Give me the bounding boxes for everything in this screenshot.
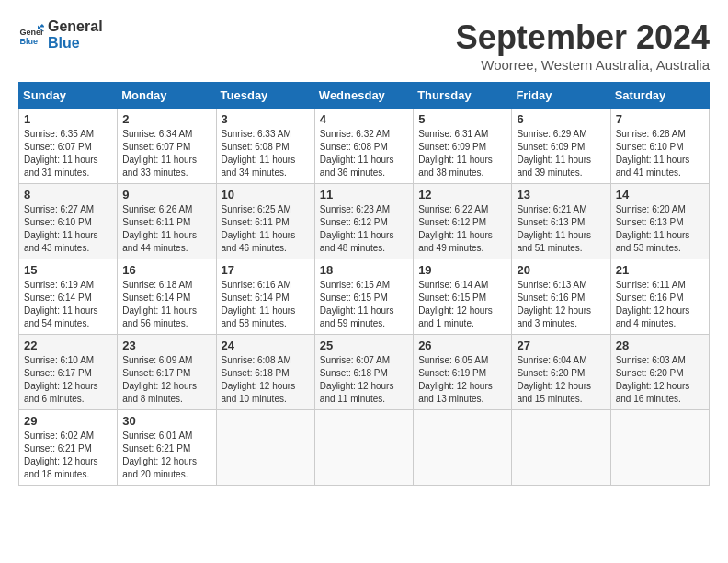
table-row: 5 Sunrise: 6:31 AMSunset: 6:09 PMDayligh… (414, 109, 512, 184)
table-row (314, 410, 413, 486)
table-row: 1 Sunrise: 6:35 AMSunset: 6:07 PMDayligh… (19, 109, 118, 184)
day-number: 18 (320, 263, 408, 277)
table-row: 28 Sunrise: 6:03 AMSunset: 6:20 PMDaylig… (610, 335, 709, 410)
day-info: Sunrise: 6:34 AMSunset: 6:07 PMDaylight:… (122, 129, 197, 178)
day-number: 7 (616, 112, 704, 126)
day-number: 25 (320, 339, 408, 352)
table-row: 27 Sunrise: 6:04 AMSunset: 6:20 PMDaylig… (512, 335, 610, 410)
table-row: 6 Sunrise: 6:29 AMSunset: 6:09 PMDayligh… (512, 109, 610, 184)
day-info: Sunrise: 6:14 AMSunset: 6:15 PMDaylight:… (418, 280, 493, 328)
day-number: 28 (616, 339, 704, 352)
table-row: 3 Sunrise: 6:33 AMSunset: 6:08 PMDayligh… (216, 109, 314, 184)
table-row: 20 Sunrise: 6:13 AMSunset: 6:16 PMDaylig… (512, 259, 610, 335)
table-row: 16 Sunrise: 6:18 AMSunset: 6:14 PMDaylig… (118, 259, 216, 335)
day-info: Sunrise: 6:28 AMSunset: 6:10 PMDaylight:… (616, 129, 690, 178)
logo: General Blue General Blue (18, 18, 103, 52)
day-number: 9 (122, 188, 210, 201)
table-row: 22 Sunrise: 6:10 AMSunset: 6:17 PMDaylig… (19, 335, 118, 410)
day-info: Sunrise: 6:21 AMSunset: 6:13 PMDaylight:… (517, 204, 591, 253)
header-row: Sunday Monday Tuesday Wednesday Thursday… (19, 83, 710, 109)
month-title: September 2024 (456, 18, 710, 57)
title-block: September 2024 Woorree, Western Australi… (456, 18, 710, 73)
col-sunday: Sunday (19, 83, 118, 109)
table-row: 17 Sunrise: 6:16 AMSunset: 6:14 PMDaylig… (216, 259, 314, 335)
col-friday: Friday (512, 83, 610, 109)
calendar-week-row: 15 Sunrise: 6:19 AMSunset: 6:14 PMDaylig… (19, 259, 710, 335)
day-number: 16 (122, 263, 210, 277)
table-row: 19 Sunrise: 6:14 AMSunset: 6:15 PMDaylig… (414, 259, 512, 335)
table-row: 24 Sunrise: 6:08 AMSunset: 6:18 PMDaylig… (216, 335, 314, 410)
day-info: Sunrise: 6:16 AMSunset: 6:14 PMDaylight:… (222, 280, 296, 328)
table-row: 9 Sunrise: 6:26 AMSunset: 6:11 PMDayligh… (118, 184, 216, 259)
day-info: Sunrise: 6:08 AMSunset: 6:18 PMDaylight:… (222, 355, 296, 404)
table-row (610, 410, 709, 486)
day-number: 8 (24, 188, 112, 201)
col-saturday: Saturday (610, 83, 709, 109)
day-info: Sunrise: 6:22 AMSunset: 6:12 PMDaylight:… (418, 204, 493, 253)
svg-text:Blue: Blue (19, 37, 38, 46)
logo-line1: General (48, 18, 103, 35)
table-row: 10 Sunrise: 6:25 AMSunset: 6:11 PMDaylig… (216, 184, 314, 259)
day-number: 2 (122, 112, 210, 126)
day-info: Sunrise: 6:25 AMSunset: 6:11 PMDaylight:… (222, 204, 296, 253)
logo-line2: Blue (48, 35, 103, 52)
logo-icon: General Blue (18, 22, 44, 48)
table-row: 13 Sunrise: 6:21 AMSunset: 6:13 PMDaylig… (512, 184, 610, 259)
day-number: 6 (517, 112, 605, 126)
table-row: 18 Sunrise: 6:15 AMSunset: 6:15 PMDaylig… (314, 259, 413, 335)
day-info: Sunrise: 6:03 AMSunset: 6:20 PMDaylight:… (616, 355, 690, 404)
day-info: Sunrise: 6:26 AMSunset: 6:11 PMDaylight:… (122, 204, 197, 253)
day-info: Sunrise: 6:35 AMSunset: 6:07 PMDaylight:… (24, 129, 98, 178)
day-number: 21 (616, 263, 704, 277)
day-number: 29 (24, 414, 112, 428)
table-row: 7 Sunrise: 6:28 AMSunset: 6:10 PMDayligh… (610, 109, 709, 184)
day-number: 26 (418, 339, 506, 352)
table-row: 25 Sunrise: 6:07 AMSunset: 6:18 PMDaylig… (314, 335, 413, 410)
day-number: 15 (24, 263, 112, 277)
table-row: 29 Sunrise: 6:02 AMSunset: 6:21 PMDaylig… (19, 410, 118, 486)
day-number: 23 (122, 339, 210, 352)
table-row: 26 Sunrise: 6:05 AMSunset: 6:19 PMDaylig… (414, 335, 512, 410)
calendar-table: Sunday Monday Tuesday Wednesday Thursday… (18, 82, 710, 486)
table-row: 2 Sunrise: 6:34 AMSunset: 6:07 PMDayligh… (118, 109, 216, 184)
day-info: Sunrise: 6:02 AMSunset: 6:21 PMDaylight:… (24, 431, 98, 479)
day-info: Sunrise: 6:11 AMSunset: 6:16 PMDaylight:… (616, 280, 690, 328)
table-row: 11 Sunrise: 6:23 AMSunset: 6:12 PMDaylig… (314, 184, 413, 259)
day-number: 30 (122, 414, 210, 428)
day-number: 27 (517, 339, 605, 352)
table-row: 12 Sunrise: 6:22 AMSunset: 6:12 PMDaylig… (414, 184, 512, 259)
day-info: Sunrise: 6:29 AMSunset: 6:09 PMDaylight:… (517, 129, 591, 178)
day-info: Sunrise: 6:23 AMSunset: 6:12 PMDaylight:… (320, 204, 394, 253)
col-wednesday: Wednesday (314, 83, 413, 109)
table-row: 30 Sunrise: 6:01 AMSunset: 6:21 PMDaylig… (118, 410, 216, 486)
day-info: Sunrise: 6:19 AMSunset: 6:14 PMDaylight:… (24, 280, 98, 328)
table-row: 14 Sunrise: 6:20 AMSunset: 6:13 PMDaylig… (610, 184, 709, 259)
day-number: 14 (616, 188, 704, 201)
page-header: General Blue General Blue September 2024… (18, 18, 710, 73)
day-info: Sunrise: 6:07 AMSunset: 6:18 PMDaylight:… (320, 355, 394, 404)
col-tuesday: Tuesday (216, 83, 314, 109)
col-monday: Monday (118, 83, 216, 109)
day-number: 22 (24, 339, 112, 352)
table-row: 4 Sunrise: 6:32 AMSunset: 6:08 PMDayligh… (314, 109, 413, 184)
day-info: Sunrise: 6:05 AMSunset: 6:19 PMDaylight:… (418, 355, 493, 404)
table-row: 8 Sunrise: 6:27 AMSunset: 6:10 PMDayligh… (19, 184, 118, 259)
day-info: Sunrise: 6:01 AMSunset: 6:21 PMDaylight:… (122, 431, 197, 479)
table-row (414, 410, 512, 486)
table-row (512, 410, 610, 486)
calendar-week-row: 1 Sunrise: 6:35 AMSunset: 6:07 PMDayligh… (19, 109, 710, 184)
svg-marker-3 (39, 24, 44, 28)
day-info: Sunrise: 6:09 AMSunset: 6:17 PMDaylight:… (122, 355, 197, 404)
day-number: 1 (24, 112, 112, 126)
day-number: 11 (320, 188, 408, 201)
day-number: 4 (320, 112, 408, 126)
day-info: Sunrise: 6:15 AMSunset: 6:15 PMDaylight:… (320, 280, 394, 328)
day-info: Sunrise: 6:13 AMSunset: 6:16 PMDaylight:… (517, 280, 591, 328)
calendar-week-row: 8 Sunrise: 6:27 AMSunset: 6:10 PMDayligh… (19, 184, 710, 259)
day-number: 24 (222, 339, 310, 352)
table-row: 15 Sunrise: 6:19 AMSunset: 6:14 PMDaylig… (19, 259, 118, 335)
day-info: Sunrise: 6:20 AMSunset: 6:13 PMDaylight:… (616, 204, 690, 253)
day-info: Sunrise: 6:33 AMSunset: 6:08 PMDaylight:… (222, 129, 296, 178)
day-number: 13 (517, 188, 605, 201)
table-row: 23 Sunrise: 6:09 AMSunset: 6:17 PMDaylig… (118, 335, 216, 410)
